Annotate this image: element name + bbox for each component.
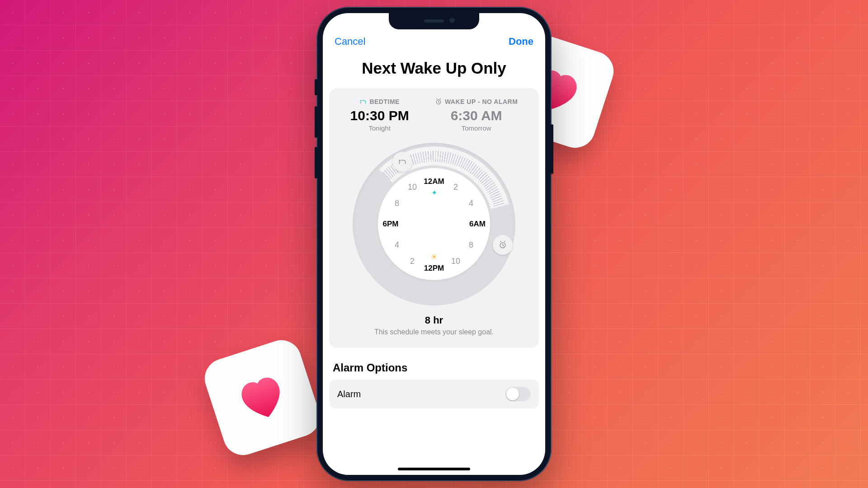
schedule-card: BEDTIME 10:30 PM Tonight WAKE UP - NO AL…	[329, 88, 539, 348]
duration-message: This schedule meets your sleep goal.	[337, 328, 531, 336]
sleep-duration: 8 hr This schedule meets your sleep goal…	[337, 314, 531, 336]
clock-10: 10	[451, 257, 460, 266]
alarm-label: Alarm	[337, 389, 361, 399]
wakeup-block: WAKE UP - NO ALARM 6:30 AM Tomorrow	[435, 98, 518, 132]
clock-8: 8	[469, 240, 473, 250]
wakeup-value: 6:30 AM	[435, 108, 518, 123]
bedtime-label-text: BEDTIME	[369, 98, 400, 105]
phone-notch	[389, 13, 479, 29]
alarm-options-title: Alarm Options	[323, 348, 545, 380]
wakeup-day: Tomorrow	[435, 124, 518, 132]
clock-12pm: 12PM	[424, 264, 444, 273]
clock-6pm: 6PM	[383, 220, 399, 229]
bedtime-value: 10:30 PM	[350, 108, 409, 123]
sun-icon: ☀	[431, 253, 437, 261]
clock-4b: 4	[395, 240, 399, 250]
bedtime-day: Tonight	[350, 124, 409, 132]
iphone-frame: Cancel Done Next Wake Up Only BEDTIME 10…	[316, 7, 552, 481]
clock-2b: 2	[410, 257, 415, 266]
bedtime-label: BEDTIME	[359, 98, 400, 105]
alarm-icon	[435, 98, 442, 105]
bed-icon	[359, 98, 367, 105]
wakeup-label: WAKE UP - NO ALARM	[435, 98, 518, 105]
alarm-toggle[interactable]	[505, 387, 531, 401]
bedtime-block: BEDTIME 10:30 PM Tonight	[350, 98, 409, 132]
wakeup-label-text: WAKE UP - NO ALARM	[445, 98, 518, 105]
duration-hours: 8 hr	[337, 314, 531, 326]
sparkle-icon: ✦	[431, 188, 437, 197]
wakeup-handle[interactable]	[493, 235, 513, 255]
sleep-dial[interactable]: 12AM 2 4 6AM 8 10 12PM 2 4 6PM 8 10 ✦ ☀	[353, 143, 515, 305]
cancel-button[interactable]: Cancel	[335, 36, 365, 47]
clock-2: 2	[453, 183, 458, 192]
bedtime-handle[interactable]	[392, 152, 412, 172]
page-title: Next Wake Up Only	[323, 52, 545, 88]
phone-screen: Cancel Done Next Wake Up Only BEDTIME 10…	[323, 13, 545, 475]
clock-10t: 10	[408, 183, 417, 192]
alarm-toggle-row: Alarm	[329, 380, 539, 408]
clock-4: 4	[469, 199, 473, 208]
home-indicator[interactable]	[398, 468, 470, 470]
done-button[interactable]: Done	[509, 36, 533, 47]
clock-8t: 8	[395, 199, 399, 208]
clock-6am: 6AM	[469, 220, 486, 229]
clock-12am: 12AM	[424, 177, 444, 186]
